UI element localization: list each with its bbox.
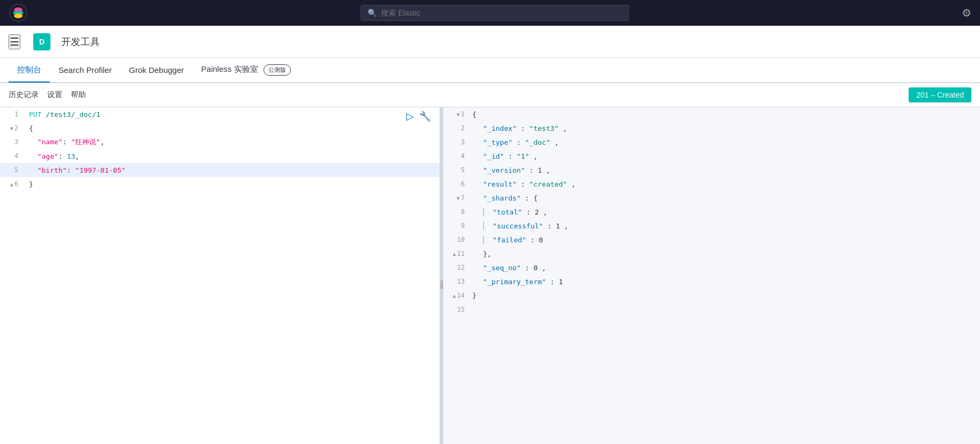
fold-arrow-down[interactable]: ▼: [457, 112, 460, 117]
value: "_doc": [525, 138, 550, 146]
response-content: }: [470, 292, 980, 300]
key: "successful": [493, 222, 543, 230]
response-content: },: [481, 250, 980, 258]
value-string: "狂神说": [71, 138, 100, 146]
line-number: 10: [443, 236, 470, 243]
key: "_seq_no": [483, 264, 521, 272]
key: "_version": [483, 166, 525, 174]
menu-toggle-button[interactable]: ☰: [9, 34, 20, 49]
comma: ,: [563, 124, 567, 132]
key: "_index": [483, 124, 517, 132]
value: "created": [529, 180, 567, 188]
comma: ,: [533, 152, 538, 160]
response-content: "_type" : "_doc" ,: [481, 138, 980, 146]
key-name: "name": [38, 138, 63, 146]
response-content: "successful" : 1 ,: [470, 222, 980, 230]
value: 1: [555, 222, 560, 230]
line-number: 12: [443, 264, 470, 271]
response-line-15: 15: [443, 302, 980, 316]
response-line-13: 13 "_primary_term" : 1: [443, 275, 980, 288]
colon: :: [526, 208, 535, 216]
line-number: 9: [443, 222, 470, 230]
line-content[interactable]: PUT /test3/_doc/1: [27, 110, 440, 119]
line-number: 5: [443, 166, 470, 174]
colon: :: [517, 138, 525, 146]
line-content[interactable]: {: [27, 124, 440, 132]
run-button[interactable]: ▷: [406, 110, 414, 122]
tab-console[interactable]: 控制台: [9, 58, 50, 83]
comma: ,: [554, 138, 559, 146]
line-number: ▲ 6: [0, 180, 27, 188]
colon: :: [521, 180, 529, 188]
key: "_primary_term": [483, 278, 546, 286]
response-line-10: 10 "failed" : 0: [443, 233, 980, 247]
line-number: 4: [443, 152, 470, 160]
line-content[interactable]: "birth": "1997-01-05": [27, 166, 440, 174]
line-content[interactable]: "age": 13,: [27, 152, 440, 160]
brace-close: },: [483, 250, 492, 258]
tab-search-profiler[interactable]: Search Profiler: [50, 59, 120, 82]
line-number: 5: [0, 166, 27, 174]
line-content[interactable]: }: [27, 180, 440, 188]
value: 0: [539, 236, 543, 244]
fold-arrow-up[interactable]: ▲: [453, 251, 456, 257]
colon: :: [508, 152, 517, 160]
key: "_id": [483, 152, 504, 160]
colon: :: [67, 166, 75, 174]
wrench-button[interactable]: 🔧: [419, 110, 431, 122]
response-line-6: 6 "result" : "created" ,: [443, 177, 980, 191]
response-line-4: 4 "_id" : "1" ,: [443, 149, 980, 163]
response-content: "_index" : "test3" ,: [481, 124, 980, 132]
fold-arrow-up[interactable]: ▲: [453, 293, 456, 299]
history-button[interactable]: 历史记录: [9, 88, 39, 102]
editor-line-2: ▼ 2 {: [0, 121, 440, 135]
value: "test3": [529, 124, 559, 132]
fold-arrow-down[interactable]: ▼: [10, 125, 13, 131]
tab-painless-lab[interactable]: Painless 实验室 公测版: [193, 58, 299, 83]
global-search-bar[interactable]: 🔍: [361, 5, 629, 21]
response-line-7: ▼ 7 "_shards" : {: [443, 191, 980, 205]
response-line-12: 12 "_seq_no" : 0 ,: [443, 261, 980, 275]
editor-line-4: 4 "age": 13,: [0, 149, 440, 163]
app-title: 开发工具: [61, 35, 100, 48]
colon: :: [521, 124, 529, 132]
avatar[interactable]: D: [33, 33, 50, 50]
line-number: ▲ 11: [443, 250, 470, 257]
colon: :: [525, 194, 533, 202]
tab-grok-debugger[interactable]: Grok Debugger: [120, 59, 193, 82]
comma: ,: [543, 208, 547, 216]
response-line-8: 8 "total" : 2 ,: [443, 205, 980, 219]
response-content: {: [470, 110, 980, 119]
help-button[interactable]: 帮助: [71, 88, 86, 102]
line-number: 2: [443, 124, 470, 132]
fold-arrow-up[interactable]: ▲: [10, 181, 13, 187]
line-number: 3: [0, 138, 27, 146]
line-number: ▼ 2: [0, 124, 27, 132]
response-content: "_seq_no" : 0 ,: [481, 264, 980, 272]
colon: :: [525, 264, 533, 272]
response-content: "_version" : 1 ,: [481, 166, 980, 174]
brace-close: }: [472, 292, 477, 300]
beta-badge: 公测版: [264, 64, 291, 76]
search-input[interactable]: [381, 9, 622, 17]
elastic-logo[interactable]: [9, 3, 28, 23]
line-content[interactable]: "name": "狂神说",: [27, 137, 440, 147]
line-number: 1: [0, 110, 27, 118]
colon: :: [58, 152, 67, 160]
fold-arrow-down[interactable]: ▼: [457, 195, 460, 201]
settings-icon[interactable]: ⚙: [962, 6, 971, 19]
comma: ,: [571, 180, 575, 188]
response-line-3: 3 "_type" : "_doc" ,: [443, 135, 980, 149]
editor-panel: ▷ 🔧 1 PUT /test3/_doc/1 ▼ 2 {: [0, 107, 440, 444]
colon: :: [63, 138, 71, 146]
settings-button[interactable]: 设置: [47, 88, 62, 102]
colon: :: [530, 236, 539, 244]
editor-code-area[interactable]: 1 PUT /test3/_doc/1 ▼ 2 { 3: [0, 107, 440, 444]
keyword-put: PUT: [29, 110, 41, 119]
colon: :: [547, 222, 556, 230]
status-badge: 201 – Created: [909, 87, 971, 102]
brace-open: {: [472, 110, 477, 119]
key: "result": [483, 180, 517, 188]
response-line-5: 5 "_version" : 1 ,: [443, 163, 980, 177]
key-birth: "birth": [38, 166, 67, 174]
